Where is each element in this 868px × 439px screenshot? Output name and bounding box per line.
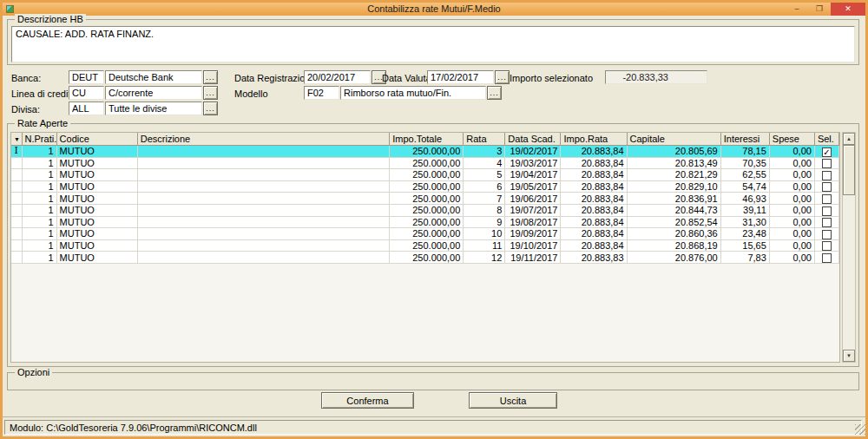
cell-rata[interactable]: 10 — [464, 228, 505, 240]
grid-row[interactable]: 1MUTUO250.000,00819/07/201720.883,8420.8… — [11, 204, 839, 216]
cell-rata[interactable]: 4 — [464, 157, 505, 169]
cell-rata[interactable]: 7 — [464, 193, 505, 205]
cell-descrizione[interactable] — [137, 228, 389, 240]
cell-impo_rata[interactable]: 20.883,84 — [561, 157, 627, 169]
data-registrazione-input[interactable] — [304, 70, 371, 84]
row-checkbox[interactable] — [822, 206, 832, 216]
cell-capitale[interactable]: 20.805,69 — [627, 146, 720, 158]
resize-grip[interactable] — [855, 424, 865, 435]
row-checkbox[interactable] — [822, 230, 832, 239]
cell-capitale[interactable]: 20.813,49 — [627, 157, 720, 169]
cell-spese[interactable]: 0,00 — [769, 180, 814, 193]
cell-interessi[interactable]: 70,35 — [720, 157, 769, 169]
cell-codice[interactable]: MUTUO — [56, 252, 137, 264]
cell-impo_totale[interactable]: 250.000,00 — [390, 193, 464, 205]
cell-interessi[interactable]: 54,74 — [720, 180, 769, 193]
filter-icon[interactable]: ▼ — [14, 136, 20, 142]
cell-impo_rata[interactable]: 20.883,84 — [561, 193, 627, 205]
cell-n_pratica[interactable]: 1 — [22, 169, 56, 181]
cell-impo_rata[interactable]: 20.883,84 — [561, 239, 627, 252]
cell-descrizione[interactable] — [137, 146, 389, 158]
cell-impo_rata[interactable]: 20.883,84 — [561, 146, 627, 158]
cell-sel[interactable] — [814, 252, 838, 264]
cell-capitale[interactable]: 20.829,10 — [627, 180, 720, 193]
cell-data_scad[interactable]: 19/02/2017 — [505, 146, 561, 158]
col-header-n_pratica[interactable]: N.Prati... ↑ — [22, 133, 56, 146]
cell-codice[interactable]: MUTUO — [56, 169, 137, 181]
cell-codice[interactable]: MUTUO — [56, 193, 137, 205]
cell-descrizione[interactable] — [137, 157, 389, 169]
titlebar[interactable]: Contabilizza rate Mutui/F.Medio – ❐ ✕ — [3, 3, 865, 16]
cell-n_pratica[interactable]: 1 — [22, 239, 56, 252]
cell-data_scad[interactable]: 19/05/2017 — [505, 180, 561, 193]
cell-impo_totale[interactable]: 250.000,00 — [390, 228, 464, 240]
cell-rata[interactable]: 5 — [464, 169, 505, 181]
cell-rata[interactable]: 11 — [464, 239, 505, 252]
col-header-marker[interactable]: ▼ — [11, 133, 22, 146]
linea-credito-code-input[interactable] — [69, 86, 104, 100]
col-header-sel[interactable]: Sel. — [814, 133, 838, 146]
cell-n_pratica[interactable]: 1 — [22, 193, 56, 205]
cell-n_pratica[interactable]: 1 — [22, 146, 56, 158]
modello-browse-button[interactable]: ... — [487, 86, 502, 100]
banca-desc-input[interactable] — [105, 70, 202, 84]
cell-sel[interactable] — [814, 216, 838, 228]
cell-sel[interactable] — [814, 180, 838, 193]
cell-descrizione[interactable] — [137, 180, 389, 193]
grid-row[interactable]: 1MUTUO250.000,001019/09/201720.883,8420.… — [11, 228, 839, 240]
grid-row[interactable]: 1MUTUO250.000,00619/05/201720.883,8420.8… — [11, 180, 839, 193]
col-header-codice[interactable]: Codice — [56, 133, 137, 146]
cell-capitale[interactable]: 20.821,29 — [627, 169, 720, 181]
scroll-up-icon[interactable]: ▲ — [843, 133, 855, 145]
col-header-interessi[interactable]: Interessi — [720, 133, 769, 146]
cell-sel[interactable] — [814, 193, 838, 205]
divisa-code-input[interactable] — [69, 102, 104, 115]
cell-capitale[interactable]: 20.844,73 — [627, 204, 720, 216]
cell-descrizione[interactable] — [137, 193, 389, 205]
col-header-impo_totale[interactable]: Impo.Totale — [390, 133, 464, 146]
cell-impo_totale[interactable]: 250.000,00 — [390, 252, 464, 264]
linea-credito-browse-button[interactable]: ... — [203, 86, 218, 100]
cell-impo_totale[interactable]: 250.000,00 — [390, 146, 464, 158]
cell-interessi[interactable]: 15,65 — [720, 239, 769, 252]
cell-interessi[interactable]: 31,30 — [720, 216, 769, 228]
row-checkbox[interactable] — [822, 159, 832, 168]
cell-capitale[interactable]: 20.836,91 — [627, 193, 720, 205]
cell-spese[interactable]: 0,00 — [769, 169, 814, 181]
col-header-spese[interactable]: Spese — [769, 133, 814, 146]
close-button-icon[interactable]: ✕ — [831, 3, 865, 16]
col-header-rata[interactable]: Rata — [464, 133, 505, 146]
divisa-desc-input[interactable] — [105, 102, 202, 115]
cell-impo_rata[interactable]: 20.883,83 — [561, 252, 627, 264]
cell-rata[interactable]: 6 — [464, 180, 505, 193]
cell-data_scad[interactable]: 19/08/2017 — [505, 216, 561, 228]
cell-spese[interactable]: 0,00 — [769, 157, 814, 169]
cell-capitale[interactable]: 20.876,00 — [627, 252, 720, 264]
minimize-button-icon[interactable]: – — [786, 3, 808, 16]
vertical-scrollbar[interactable]: ▲ ▼ — [842, 132, 856, 363]
cell-data_scad[interactable]: 19/04/2017 — [505, 169, 561, 181]
cell-n_pratica[interactable]: 1 — [22, 216, 56, 228]
modello-code-input[interactable] — [304, 86, 339, 100]
row-checkbox[interactable]: ✓ — [822, 147, 832, 157]
cell-n_pratica[interactable]: 1 — [22, 228, 56, 240]
cell-impo_totale[interactable]: 250.000,00 — [390, 204, 464, 216]
cell-interessi[interactable]: 7,83 — [720, 252, 769, 264]
cell-interessi[interactable]: 39,11 — [720, 204, 769, 216]
cell-impo_totale[interactable]: 250.000,00 — [390, 180, 464, 193]
cell-sel[interactable] — [814, 204, 838, 216]
cell-sel[interactable]: ✓ — [814, 146, 838, 158]
grid-row[interactable]: 1MUTUO250.000,00519/04/201720.883,8420.8… — [11, 169, 839, 181]
cell-codice[interactable]: MUTUO — [56, 239, 137, 252]
cell-impo_totale[interactable]: 250.000,00 — [390, 239, 464, 252]
cell-data_scad[interactable]: 19/07/2017 — [505, 204, 561, 216]
conferma-button[interactable]: Conferma — [321, 392, 414, 409]
cell-codice[interactable]: MUTUO — [56, 146, 137, 158]
scroll-down-icon[interactable]: ▼ — [843, 350, 855, 362]
col-header-impo_rata[interactable]: Impo.Rata — [561, 133, 627, 146]
data-valuta-input[interactable] — [427, 70, 494, 84]
banca-code-input[interactable] — [69, 70, 104, 84]
cell-spese[interactable]: 0,00 — [769, 239, 814, 252]
cell-n_pratica[interactable]: 1 — [22, 157, 56, 169]
data-valuta-browse-button[interactable]: ... — [495, 70, 510, 84]
